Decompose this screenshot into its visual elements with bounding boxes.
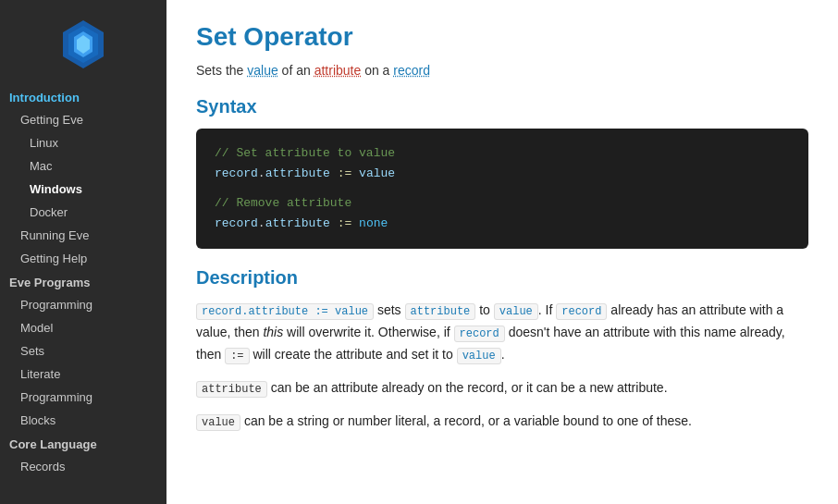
code-line-2: record.attribute := none <box>215 214 790 234</box>
syntax-code-block: // Set attribute to value record.attribu… <box>196 129 808 249</box>
subtitle-record: record <box>393 63 430 78</box>
code-line-comment-1: // Set attribute to value <box>215 143 790 164</box>
description-para-3: value can be a string or number literal,… <box>196 411 808 433</box>
sidebar-item-running-eve-6[interactable]: Running Eve <box>0 224 166 247</box>
page-title: Set Operator <box>196 22 808 52</box>
sidebar-item-records-16[interactable]: Records <box>0 455 166 478</box>
sidebar-item-linux-2[interactable]: Linux <box>0 131 166 154</box>
sidebar-item-getting-help-7[interactable]: Getting Help <box>0 247 166 270</box>
code-line-1: record.attribute := value <box>215 164 790 184</box>
subtitle-attr: attribute <box>314 63 362 78</box>
eve-logo-icon <box>55 17 111 72</box>
logo-area <box>0 0 166 85</box>
sidebar-section-introduction[interactable]: Introduction <box>0 85 166 108</box>
sidebar-item-windows-4[interactable]: Windows <box>0 178 166 201</box>
sidebar-item-model-10[interactable]: Model <box>0 316 166 339</box>
inline-code-attribute-2: attribute <box>196 381 267 398</box>
sidebar-item-blocks-14[interactable]: Blocks <box>0 409 166 432</box>
inline-code-record-2: record <box>454 326 505 342</box>
inline-code-attribute: attribute <box>405 303 476 320</box>
description-heading: Description <box>196 267 808 289</box>
sidebar-item-docker-5[interactable]: Docker <box>0 201 166 224</box>
code-line-comment-2: // Remove attribute <box>215 193 790 214</box>
sidebar-nav: IntroductionGetting EveLinuxMacWindowsDo… <box>0 85 166 478</box>
subtitle-value: value <box>247 63 277 78</box>
sidebar-section-eve-programs[interactable]: Eve Programs <box>0 270 166 293</box>
main-content: Set Operator Sets the value of an attrib… <box>166 0 838 504</box>
inline-code-value: value <box>494 303 538 320</box>
inline-code-record-attr-value: record.attribute := value <box>196 303 374 320</box>
syntax-heading: Syntax <box>196 96 808 117</box>
sidebar-item-mac-3[interactable]: Mac <box>0 154 166 178</box>
sidebar-item-getting-eve-1[interactable]: Getting Eve <box>0 108 166 131</box>
inline-code-assign-op: := <box>225 348 249 364</box>
sidebar-item-sets-11[interactable]: Sets <box>0 339 166 363</box>
sidebar: IntroductionGetting EveLinuxMacWindowsDo… <box>0 0 166 504</box>
sidebar-section-core-language[interactable]: Core Language <box>0 432 166 455</box>
inline-code-record: record <box>556 303 607 320</box>
inline-code-value-2: value <box>457 348 501 364</box>
sidebar-item-literate-12[interactable]: Literate <box>0 363 166 386</box>
description-para-2: attribute can be an attribute already on… <box>196 377 808 400</box>
code-blank-line <box>215 184 790 193</box>
inline-code-value-3: value <box>196 414 240 431</box>
page-subtitle: Sets the value of an attribute on a reco… <box>196 63 808 78</box>
sidebar-item-programming-13[interactable]: Programming <box>0 386 166 409</box>
sidebar-item-programming-9[interactable]: Programming <box>0 293 166 316</box>
description-para-1: record.attribute := value sets attribute… <box>196 300 808 365</box>
em-this: this <box>263 325 283 339</box>
